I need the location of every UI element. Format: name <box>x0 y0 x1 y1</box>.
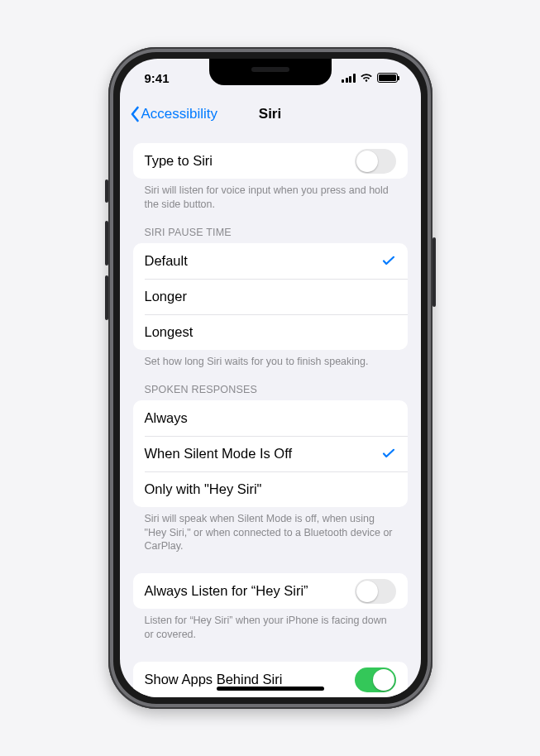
type-to-siri-group: Type to Siri <box>133 143 408 179</box>
pause-group: Default Longer Longest <box>133 243 408 350</box>
always-listen-label: Always Listen for “Hey Siri” <box>145 583 308 599</box>
pause-option-longest[interactable]: Longest <box>133 314 408 350</box>
speaker-grille <box>251 67 289 72</box>
pause-option-label: Longer <box>145 289 187 304</box>
iphone-frame: 9:41 Accessibility Siri <box>108 47 432 709</box>
spoken-group: Always When Silent Mode Is Off Only with… <box>133 400 408 507</box>
spoken-option-label: When Silent Mode Is Off <box>145 446 293 462</box>
status-time: 9:41 <box>145 71 170 85</box>
volume-down-button <box>105 275 108 320</box>
volume-up-button <box>105 221 108 266</box>
pause-option-label: Default <box>145 253 188 269</box>
always-listen-group: Always Listen for “Hey Siri” <box>133 573 408 609</box>
spoken-header: SPOKEN RESPONSES <box>133 369 408 400</box>
screen: 9:41 Accessibility Siri <box>120 59 421 697</box>
notch <box>209 59 332 85</box>
show-apps-row[interactable]: Show Apps Behind Siri <box>133 662 408 697</box>
home-indicator[interactable] <box>217 687 324 691</box>
type-to-siri-footer: Siri will listen for voice input when yo… <box>133 179 408 212</box>
nav-bar: Accessibility Siri <box>120 97 421 132</box>
show-apps-label: Show Apps Behind Siri <box>145 672 283 687</box>
chevron-left-icon <box>130 106 140 122</box>
pause-option-longer[interactable]: Longer <box>133 279 408 314</box>
always-listen-footer: Listen for “Hey Siri” when your iPhone i… <box>133 609 408 642</box>
checkmark-icon <box>381 446 396 461</box>
spoken-option-always[interactable]: Always <box>133 400 408 436</box>
spoken-option-hey-siri[interactable]: Only with "Hey Siri" <box>133 471 408 507</box>
settings-content: Type to Siri Siri will listen for voice … <box>120 132 421 697</box>
back-label: Accessibility <box>141 106 218 122</box>
mute-switch <box>105 179 108 203</box>
type-to-siri-row[interactable]: Type to Siri <box>133 143 408 179</box>
cellular-icon <box>342 74 356 83</box>
always-listen-row[interactable]: Always Listen for “Hey Siri” <box>133 573 408 609</box>
show-apps-group: Show Apps Behind Siri <box>133 662 408 697</box>
status-right <box>342 73 398 83</box>
pause-header: SIRI PAUSE TIME <box>133 212 408 243</box>
spoken-footer: Siri will speak when Silent Mode is off,… <box>133 507 408 554</box>
spoken-option-label: Always <box>145 410 188 426</box>
battery-icon <box>377 73 398 83</box>
pause-option-default[interactable]: Default <box>133 243 408 279</box>
page-title: Siri <box>259 106 281 122</box>
pause-option-label: Longest <box>145 324 194 340</box>
spoken-option-label: Only with "Hey Siri" <box>145 481 262 497</box>
wifi-icon <box>360 73 373 83</box>
spoken-option-silent-off[interactable]: When Silent Mode Is Off <box>133 436 408 471</box>
show-apps-toggle[interactable] <box>355 667 396 692</box>
back-button[interactable]: Accessibility <box>130 106 218 122</box>
side-button <box>432 237 436 307</box>
always-listen-toggle[interactable] <box>355 579 396 604</box>
checkmark-icon <box>381 253 396 268</box>
type-to-siri-label: Type to Siri <box>145 153 213 169</box>
type-to-siri-toggle[interactable] <box>355 149 396 174</box>
pause-footer: Set how long Siri waits for you to finis… <box>133 350 408 369</box>
